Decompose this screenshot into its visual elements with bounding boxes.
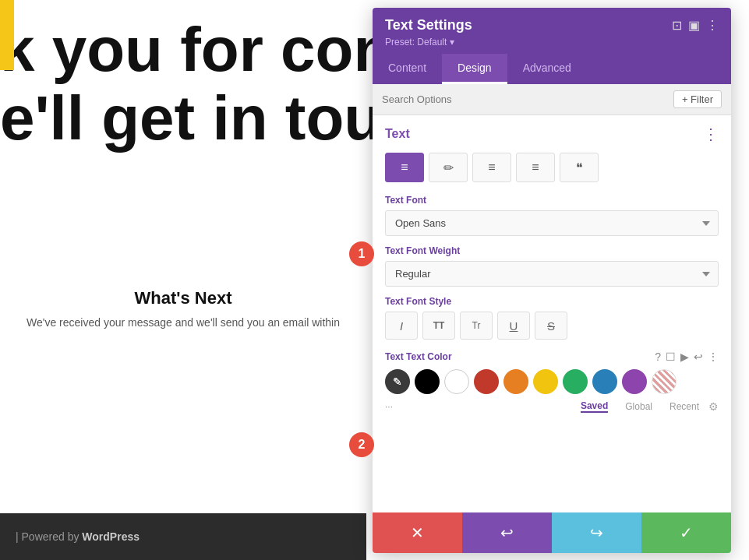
resize-icon[interactable]: ⊡ (672, 18, 682, 33)
ordered-list-button[interactable]: ≡ (516, 153, 555, 182)
save-button[interactable]: ✓ (641, 512, 731, 553)
tab-advanced[interactable]: Advanced (507, 54, 587, 84)
swatch-red[interactable] (474, 369, 499, 394)
redo-button[interactable]: ↪ (552, 512, 641, 553)
more-icon[interactable]: ⋮ (706, 18, 719, 33)
panel-header-top: Text Settings ⊡ ▣ ⋮ (385, 17, 719, 33)
more-colors-button[interactable]: ··· (385, 401, 393, 412)
color-swatches: ✎ (385, 369, 719, 394)
sub-text: We've received your message and we'll se… (0, 316, 366, 329)
swatch-blue[interactable] (592, 369, 617, 394)
swatch-purple[interactable] (622, 369, 647, 394)
quote-button[interactable]: ❝ (560, 153, 599, 182)
yellow-accent-bar (0, 0, 14, 70)
color-picker-swatch[interactable]: ✎ (385, 369, 410, 394)
strikethrough-button[interactable]: S (535, 312, 567, 340)
swatch-white[interactable] (444, 369, 469, 394)
panel-body: Text ⋮ ≡ ✏ ≡ ≡ ❝ Text Font Open Sans Tex… (373, 115, 731, 512)
cursor-icon[interactable]: ▶ (680, 350, 689, 363)
section-title: Text (385, 127, 410, 141)
text-font-weight-label: Text Font Weight (385, 245, 719, 256)
swatch-black[interactable] (415, 369, 440, 394)
tab-design[interactable]: Design (442, 54, 507, 84)
font-style-row: I TT Tr U S (385, 312, 719, 340)
tab-content[interactable]: Content (373, 54, 442, 84)
tab-recent[interactable]: Recent (670, 401, 699, 412)
cancel-button[interactable]: ✕ (373, 512, 462, 553)
page-mid-section: What's Next We've received your message … (0, 288, 366, 329)
step-1-indicator: 1 (349, 241, 374, 266)
page-footer: | Powered by WordPress (0, 513, 366, 560)
color-tabs-row: ··· Saved Global Recent ⚙ (385, 400, 719, 413)
alignment-icon-row: ≡ ✏ ≡ ≡ ❝ (385, 153, 719, 182)
section-header: Text ⋮ (385, 125, 719, 143)
section-menu-icon[interactable]: ⋮ (703, 125, 719, 143)
list-button[interactable]: ≡ (472, 153, 511, 182)
tab-saved[interactable]: Saved (581, 400, 608, 413)
align-left-button[interactable]: ≡ (385, 153, 424, 182)
step-2-indicator: 2 (349, 432, 374, 457)
footer-text: | Powered by WordPress (16, 530, 140, 543)
panel-header-icons: ⊡ ▣ ⋮ (672, 18, 719, 33)
italic-button[interactable]: I (385, 312, 418, 340)
search-input[interactable] (382, 93, 667, 105)
text-font-weight-select[interactable]: Regular (385, 261, 719, 287)
panel-header: Text Settings ⊡ ▣ ⋮ Preset: Default (373, 8, 731, 54)
panel-title: Text Settings (385, 17, 472, 33)
color-settings-icon[interactable]: ⚙ (708, 400, 719, 413)
settings-panel: Text Settings ⊡ ▣ ⋮ Preset: Default Cont… (373, 8, 731, 553)
underline-button[interactable]: U (497, 312, 530, 340)
reset-icon[interactable]: ↩ (694, 350, 703, 363)
view-icon[interactable]: ▣ (688, 18, 700, 33)
whats-next-title: What's Next (0, 288, 366, 308)
color-more-icon[interactable]: ⋮ (708, 350, 719, 363)
panel-footer: ✕ ↩ ↪ ✓ (373, 512, 731, 553)
uppercase-button[interactable]: TT (422, 312, 455, 340)
swatch-orange[interactable] (503, 369, 528, 394)
filter-button[interactable]: + Filter (673, 90, 722, 108)
panel-tabs: Content Design Advanced (373, 54, 731, 84)
text-font-label: Text Font (385, 195, 719, 206)
text-font-style-label: Text Font Style (385, 296, 719, 307)
undo-button[interactable]: ↩ (462, 512, 552, 553)
preset-selector[interactable]: Preset: Default (385, 37, 719, 48)
color-label-icons: ? ☐ ▶ ↩ ⋮ (655, 350, 719, 363)
color-label-row: Text Text Color ? ☐ ▶ ↩ ⋮ (385, 350, 719, 363)
edit-button[interactable]: ✏ (429, 153, 468, 182)
swatch-yellow[interactable] (533, 369, 558, 394)
device-icon[interactable]: ☐ (666, 350, 676, 363)
search-bar: + Filter (373, 84, 731, 115)
color-label: Text Text Color (385, 351, 452, 362)
swatch-green[interactable] (563, 369, 588, 394)
help-icon[interactable]: ? (655, 350, 661, 363)
swatch-none[interactable] (652, 369, 677, 394)
text-font-select[interactable]: Open Sans (385, 210, 719, 236)
capitalize-button[interactable]: Tr (460, 312, 493, 340)
tab-global[interactable]: Global (625, 401, 652, 412)
